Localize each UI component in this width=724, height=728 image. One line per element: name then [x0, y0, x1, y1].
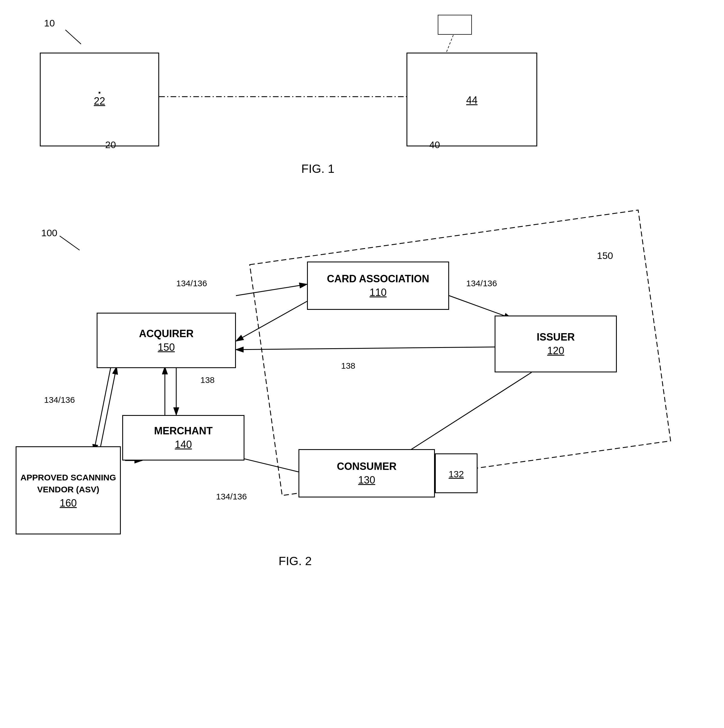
- ref-100: 100: [41, 228, 57, 239]
- merchant-label: MERCHANT: [154, 425, 213, 437]
- svg-line-13: [236, 347, 512, 350]
- arrow-label-134-136-1: 134/136: [176, 278, 207, 288]
- box-acquirer: ACQUIRER 150: [96, 313, 236, 368]
- ref-10: 10: [44, 18, 55, 29]
- ref-40: 40: [429, 139, 440, 150]
- merchant-number: 140: [175, 439, 192, 451]
- fig1-label: FIG. 1: [301, 162, 335, 176]
- issuer-label: ISSUER: [537, 331, 575, 343]
- diagram-container: 10 22 20 42 44 40 FIG. 1 100 CARD ASSOCI…: [0, 0, 724, 728]
- box-132-number: 132: [448, 469, 464, 480]
- svg-line-10: [236, 284, 307, 296]
- acquirer-number: 150: [158, 341, 175, 353]
- svg-line-11: [236, 301, 307, 341]
- asv-number: 160: [60, 497, 77, 509]
- arrow-label-134-136-3: 134/136: [44, 395, 75, 405]
- card-assoc-label: CARD ASSOCIATION: [327, 273, 429, 285]
- consumer-label: CONSUMER: [337, 460, 396, 473]
- box-44-number: 44: [466, 94, 478, 106]
- acquirer-label: ACQUIRER: [139, 328, 194, 340]
- card-assoc-number: 110: [369, 286, 387, 298]
- ref-150-label: 150: [597, 250, 613, 261]
- svg-line-12: [449, 296, 512, 318]
- box-132: 132: [435, 453, 478, 493]
- box-22-number: 22: [94, 95, 105, 107]
- box-42: [438, 15, 472, 35]
- box-merchant: MERCHANT 140: [122, 415, 245, 460]
- ref-20: 20: [105, 139, 116, 150]
- box-asv: APPROVED SCANNING VENDOR (ASV) 160: [15, 446, 121, 534]
- asv-label: APPROVED SCANNING VENDOR (ASV): [17, 472, 120, 496]
- box-44: 44: [407, 53, 537, 147]
- svg-line-4: [65, 30, 81, 44]
- svg-line-8: [60, 236, 80, 250]
- arrow-label-138-1: 138: [201, 375, 214, 385]
- svg-line-17: [99, 367, 116, 452]
- fig2-label: FIG. 2: [279, 554, 312, 568]
- arrow-label-134-136-2: 134/136: [466, 278, 497, 288]
- box-issuer: ISSUER 120: [494, 315, 617, 372]
- box-consumer: CONSUMER 130: [298, 449, 435, 497]
- box-card-association: CARD ASSOCIATION 110: [307, 262, 449, 310]
- box-22: 22: [40, 53, 159, 147]
- arrow-label-138-2: 138: [341, 361, 355, 371]
- arrow-label-134-136-4: 134/136: [216, 492, 247, 502]
- consumer-number: 130: [358, 474, 375, 486]
- issuer-number: 120: [547, 345, 564, 357]
- svg-line-16: [94, 367, 111, 452]
